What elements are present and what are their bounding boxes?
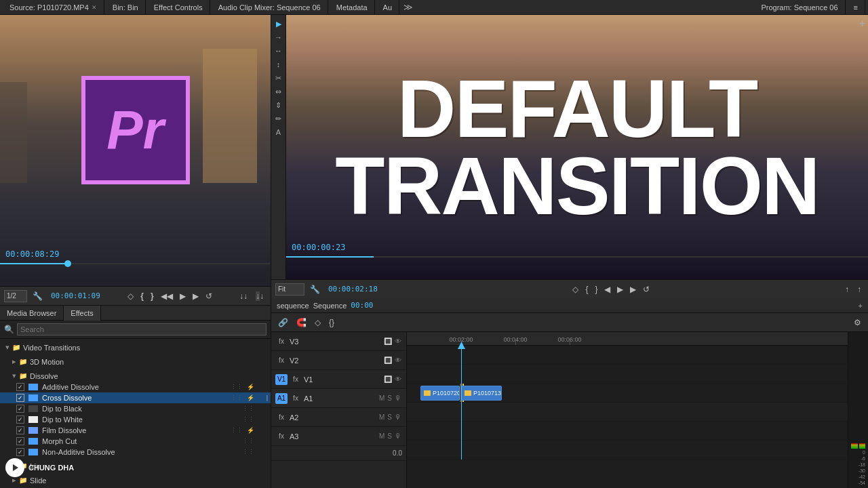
3d-motion-header[interactable]: ▸ 📁 3D Motion [0, 356, 271, 367]
track-a2-icons: M S 🎙 [378, 413, 402, 421]
clip-p1010713[interactable]: P1010713.MP4 [461, 386, 502, 401]
source-wrench-btn[interactable]: 🔧 [30, 290, 45, 302]
slide-tool-btn[interactable]: ⇕ [273, 99, 285, 111]
track-a1-mic-btn[interactable]: 🎙 [394, 394, 402, 402]
track-v2-eye-btn[interactable]: 👁 [394, 357, 402, 364]
film-dissolve-item[interactable]: ✓ Film Dissolve ⋮⋮ ⚡ [0, 425, 271, 436]
dip-to-white-item[interactable]: ✓ Dip to White ⋮⋮ [0, 414, 271, 425]
source-step-fwd-btn[interactable]: ▶ [190, 290, 201, 302]
clip-p1010720[interactable]: P1010720.MP4 [420, 386, 460, 401]
source-playback-controls: ◇ ◀ ▶ ↺ [125, 290, 214, 302]
metadata-tab[interactable]: Metadata [330, 0, 375, 15]
track-a2-sync-btn[interactable]: fx [275, 412, 288, 423]
program-mark-in-btn[interactable]: { [583, 283, 591, 296]
program-loop-btn[interactable]: ↺ [640, 283, 652, 296]
select-tool-btn[interactable]: ▶ [273, 18, 285, 30]
vu-bar-right [859, 443, 866, 449]
morph-cut-item[interactable]: ✓ Morph Cut ⋮⋮ [0, 436, 271, 447]
tl-magnet-btn[interactable]: 🧲 [294, 317, 309, 329]
track-a1-sync-btn[interactable]: fx [290, 393, 302, 404]
source-progress-handle[interactable] [64, 260, 71, 267]
track-a3-s-btn[interactable]: S [387, 432, 393, 440]
audio-mixer-tab[interactable]: Audio Clip Mixer: Sequence 06 [212, 0, 328, 15]
source-tab[interactable]: Source: P1010720.MP4 ✕ [3, 0, 104, 15]
track-v2-toggle-btn[interactable]: 🔳 [383, 357, 393, 364]
au-tab[interactable]: Au [376, 0, 399, 15]
tl-settings-btn[interactable]: ⚙ [851, 317, 864, 329]
non-additive-dissolve-item[interactable]: ✓ Non-Additive Dissolve ⋮⋮ [0, 447, 271, 458]
source-tab-close[interactable]: ✕ [92, 4, 97, 11]
source-loop-btn[interactable]: ↺ [203, 290, 215, 302]
source-zoom-select[interactable]: 1/21/4Full [4, 290, 27, 302]
program-zoom-select[interactable]: Fit25%50%100% [275, 283, 304, 296]
track-a1-m-btn[interactable]: M [378, 394, 385, 402]
source-step-back-btn[interactable]: ◀ [158, 290, 176, 302]
additive-dissolve-item[interactable]: ✓ Additive Dissolve ⋮⋮ ⚡ [0, 382, 271, 392]
track-a3-mic-btn[interactable]: 🎙 [394, 432, 402, 440]
cross-dissolve-item[interactable]: ✓ Cross Dissolve ⋮⋮ ⚡ | [0, 392, 271, 403]
ripple-edit-btn[interactable]: → [273, 31, 285, 43]
effects-search-input[interactable] [17, 323, 267, 336]
track-a3-sync-btn[interactable]: fx [275, 431, 288, 442]
program-lift-btn[interactable]: ↑ [842, 283, 852, 296]
rolling-edit-btn[interactable]: ↔ [273, 45, 285, 57]
track-v1-eye-btn[interactable]: 👁 [394, 375, 402, 383]
track-v1-target-btn[interactable]: V1 [275, 374, 288, 385]
timeline-plus-btn[interactable]: + [859, 302, 863, 310]
source-overwrite-btn[interactable]: ↓ [253, 290, 267, 302]
vu-meter: 0 -6 -18 -30 -42 -54 [848, 332, 868, 488]
track-v1-toggle-btn[interactable]: 🔳 [383, 375, 393, 383]
dip-to-black-item[interactable]: ✓ Dip to Black ⋮⋮ [0, 403, 271, 414]
source-mark-in-btn[interactable] [138, 290, 146, 302]
expand-tabs-button[interactable]: ≫ [401, 2, 416, 12]
morph-cut-label: Morph Cut [42, 437, 238, 445]
slip-btn[interactable]: ⇔ [273, 85, 285, 98]
program-mark-out-btn[interactable]: } [592, 283, 600, 296]
bin-tab[interactable]: Bin: Bin [106, 0, 146, 15]
track-a2-m-btn[interactable]: M [378, 413, 385, 421]
timeline: sequence Sequence 00:00 + 🔗 🧲 ◇ {} ⚙ [271, 298, 868, 488]
razor-btn[interactable]: ✂ [273, 72, 285, 84]
dissolve-header[interactable]: ▾ 📁 Dissolve [0, 370, 271, 382]
source-mark-out-btn[interactable] [148, 290, 157, 302]
pen-btn[interactable]: ✏ [273, 113, 285, 125]
source-add-marker-btn[interactable]: ◇ [125, 290, 136, 302]
track-v3-eye-btn[interactable]: 👁 [394, 338, 402, 345]
track-v3-toggle-btn[interactable]: 🔳 [383, 338, 393, 345]
track-a1-s-btn[interactable]: S [387, 394, 393, 402]
program-add-marker-btn[interactable]: ◇ [570, 283, 581, 296]
track-v2-sync-btn[interactable]: fx [275, 355, 288, 366]
tl-marker-btn[interactable]: ◇ [312, 317, 323, 329]
timeline-playhead-time: 00:00 [351, 301, 373, 310]
pr-logo-container: Pr [81, 96, 190, 205]
timeline-playhead[interactable] [461, 346, 462, 460]
track-a2-s-btn[interactable]: S [387, 413, 393, 421]
track-a3-m-btn[interactable]: M [378, 432, 385, 440]
media-browser-tab[interactable]: Media Browser [0, 306, 64, 321]
effect-controls-tab[interactable]: Effect Controls [147, 0, 210, 15]
rate-stretch-btn[interactable]: ↕ [273, 58, 285, 70]
track-a1-row [407, 403, 848, 422]
program-play-btn[interactable] [614, 283, 626, 296]
track-a1-target-btn[interactable]: A1 [275, 393, 288, 404]
program-menu-tab[interactable]: ≡ [847, 0, 865, 15]
source-progress-bar[interactable] [0, 263, 271, 264]
tl-link-btn[interactable]: 🔗 [275, 317, 291, 329]
tl-io-btn[interactable]: {} [326, 317, 337, 329]
track-v1-sync-btn[interactable]: fx [290, 374, 302, 385]
source-insert-btn[interactable]: ↓ [237, 290, 250, 302]
video-transitions-header[interactable]: ▾ 📁 Video Transitions [0, 342, 271, 353]
program-wrench-btn[interactable]: 🔧 [307, 283, 323, 296]
source-play-btn[interactable] [177, 290, 189, 302]
program-step-fwd-btn[interactable]: ▶ [627, 283, 639, 296]
program-step-back-btn[interactable]: ◀ [601, 283, 613, 296]
track-a2-mic-btn[interactable]: 🎙 [394, 413, 402, 421]
slide-label: Slide [30, 476, 46, 485]
program-seq-tab[interactable]: Program: Sequence 06 [754, 0, 845, 15]
track-v3-sync-btn[interactable]: fx [275, 336, 288, 347]
program-extract-btn[interactable]: ↑ [854, 283, 864, 296]
type-tool-btn[interactable]: A [273, 126, 285, 138]
big-text-line2: TRANSITION [335, 147, 818, 224]
effects-library-tab[interactable]: Effects [64, 306, 100, 321]
track-v3-label-row: fx V3 🔳 👁 [271, 332, 406, 351]
